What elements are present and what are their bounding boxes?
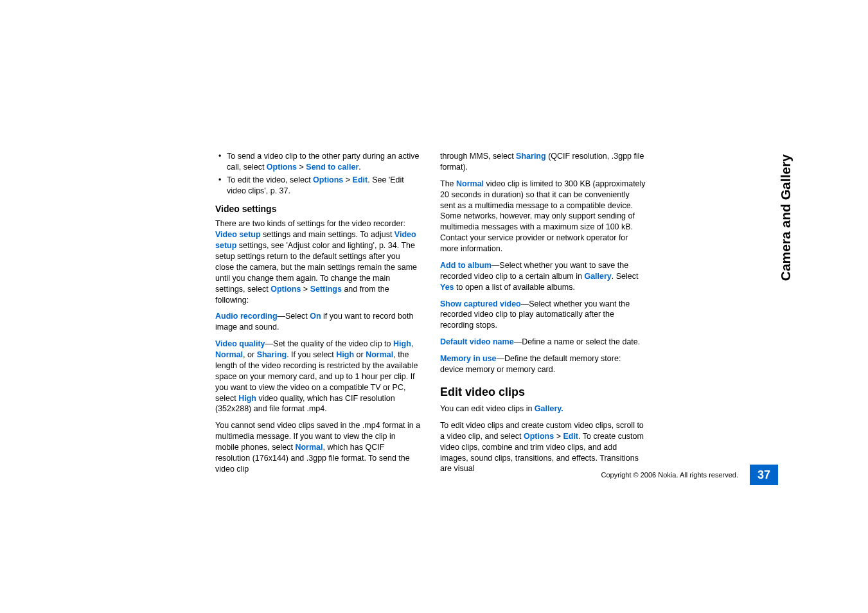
- paragraph: through MMS, select Sharing (QCIF resolu…: [440, 151, 646, 173]
- section-title: Camera and Gallery: [778, 154, 793, 281]
- paragraph: Video quality—Set the quality of the vid…: [215, 339, 421, 414]
- copyright-text: Copyright © 2006 Nokia. All rights reser…: [601, 471, 738, 479]
- option-link: Edit: [353, 175, 368, 184]
- paragraph: There are two kinds of settings for the …: [215, 218, 421, 305]
- paragraph: Default video name—Define a name or sele…: [440, 337, 646, 348]
- heading-edit-video-clips: Edit video clips: [440, 384, 646, 400]
- paragraph: Add to album—Select whether you want to …: [440, 260, 646, 293]
- bullet-edit-video: To edit the video, select Options > Edit…: [215, 175, 421, 197]
- page-footer: Copyright © 2006 Nokia. All rights reser…: [215, 465, 778, 485]
- paragraph: The Normal video clip is limited to 300 …: [440, 179, 646, 254]
- left-column: To send a video clip to the other party …: [215, 151, 421, 481]
- bullet-send-clip: To send a video clip to the other party …: [215, 151, 421, 173]
- paragraph: Show captured video—Select whether you w…: [440, 299, 646, 332]
- heading-video-settings: Video settings: [215, 203, 421, 215]
- paragraph: Memory in use—Define the default memory …: [440, 353, 646, 375]
- option-link: Options: [313, 175, 343, 184]
- page-number: 37: [750, 465, 778, 485]
- paragraph: Audio recording—Select On if you want to…: [215, 311, 421, 333]
- paragraph: You can edit video clips in Gallery.: [440, 404, 646, 414]
- page-content: To send a video clip to the other party …: [215, 151, 652, 481]
- option-link: Send to caller: [306, 163, 359, 172]
- option-link: Options: [267, 163, 297, 172]
- right-column: through MMS, select Sharing (QCIF resolu…: [440, 151, 646, 481]
